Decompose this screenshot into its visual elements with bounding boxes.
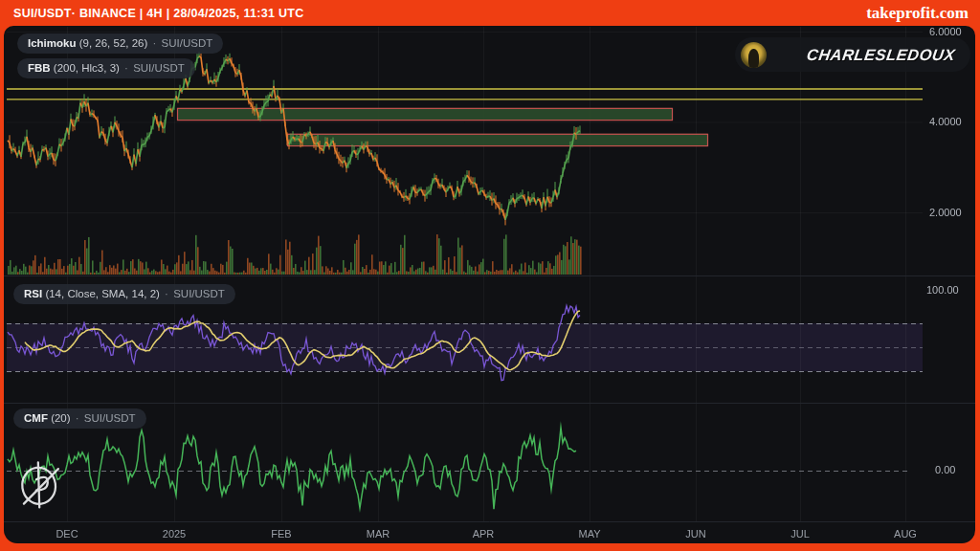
- price-axis-label: 6.0000: [929, 26, 962, 37]
- separator-dot: ·: [163, 288, 170, 299]
- author-badge: CHARLESLEDOUX: [735, 37, 970, 72]
- indicator-params: (200, Hlc3, 3): [54, 62, 120, 74]
- indicator-name: RSI: [24, 288, 42, 299]
- indicator-params: (20): [51, 412, 70, 424]
- time-axis-label: JUL: [791, 528, 810, 540]
- signature-logo-icon: [11, 451, 69, 517]
- time-axis-label: 2025: [163, 528, 186, 540]
- chart-canvas[interactable]: [0, 0, 980, 551]
- indicator-symbol: SUI/USDT: [173, 288, 225, 299]
- separator-dot: ·: [74, 412, 81, 424]
- indicator-params: (9, 26, 52, 26): [79, 37, 148, 49]
- price-axis-label: 2.0000: [929, 207, 962, 218]
- indicator-name: FBB: [28, 62, 51, 74]
- indicator-label-ichimoku[interactable]: Ichimoku (9, 26, 52, 26) · SUI/USDT: [17, 33, 223, 54]
- time-axis-label: MAR: [367, 528, 390, 540]
- indicator-symbol: SUI/USDT: [162, 37, 213, 49]
- indicator-name: Ichimoku: [28, 37, 76, 49]
- indicator-name: CMF: [24, 412, 48, 424]
- cmf-axis-label: 0.00: [935, 464, 955, 475]
- time-axis-label: JUN: [685, 528, 705, 540]
- time-axis-label: FEB: [271, 528, 291, 540]
- indicator-label-cmf[interactable]: CMF (20) · SUI/USDT: [13, 408, 146, 429]
- separator-dot: ·: [122, 62, 130, 74]
- indicator-symbol: SUI/USDT: [84, 412, 136, 424]
- charlesledoux-avatar-icon: [741, 42, 767, 68]
- time-axis-label: MAY: [578, 528, 600, 540]
- price-axis-label: 4.0000: [929, 116, 962, 127]
- trading-chart-page: SUI/USDT· BINANCE | 4H | 28/04/2025, 11:…: [0, 0, 980, 551]
- author-name: CHARLESLEDOUX: [766, 46, 972, 64]
- indicator-params: (14, Close, SMA, 14, 2): [45, 288, 160, 299]
- indicator-label-rsi[interactable]: RSI (14, Close, SMA, 14, 2) · SUI/USDT: [13, 284, 235, 304]
- time-axis-label: AUG: [894, 528, 917, 540]
- time-axis-label: APR: [473, 528, 495, 540]
- rsi-axis-label: 100.00: [926, 284, 959, 296]
- indicator-label-fbb[interactable]: FBB (200, Hlc3, 3) · SUI/USDT: [17, 58, 195, 78]
- separator-dot: ·: [151, 37, 159, 49]
- indicator-symbol: SUI/USDT: [133, 62, 185, 74]
- time-axis-label: DEC: [56, 528, 78, 540]
